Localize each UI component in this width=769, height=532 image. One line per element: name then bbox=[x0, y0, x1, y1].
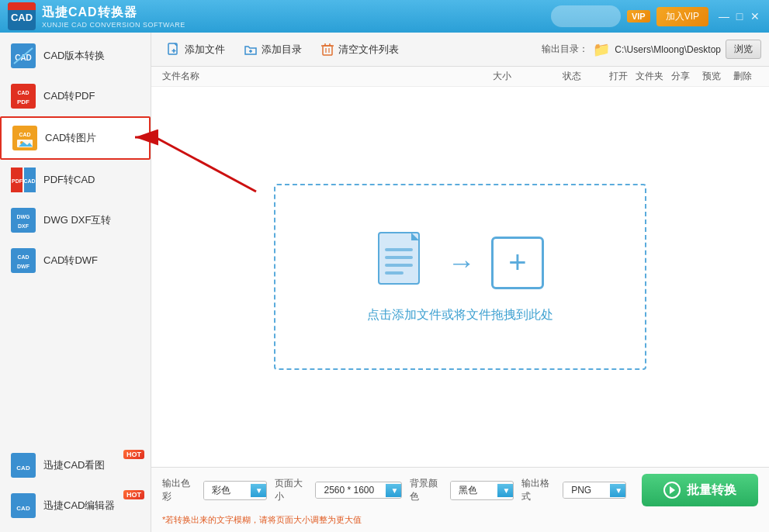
col-status-header: 状态 bbox=[541, 70, 603, 83]
sidebar-item-pdf-cad-label: PDF转CAD bbox=[43, 173, 95, 187]
document-icon bbox=[376, 231, 432, 295]
sidebar-item-cad-dwf[interactable]: CAD DWF CAD转DWF bbox=[0, 240, 151, 281]
svg-rect-20 bbox=[11, 248, 36, 273]
svg-text:CAD: CAD bbox=[16, 465, 30, 472]
app-logo: CAD bbox=[8, 2, 36, 30]
sidebar: CAD CAD版本转换 CAD PDF CAD转PDF CAD bbox=[0, 33, 151, 532]
drop-zone-icons: → + bbox=[376, 231, 544, 295]
svg-text:CAD: CAD bbox=[17, 90, 29, 95]
window-controls: — □ ✕ bbox=[718, 10, 761, 22]
bottom-note: *若转换出来的文字模糊，请将页面大小调整为更大值 bbox=[151, 513, 769, 532]
svg-text:PDF: PDF bbox=[17, 98, 29, 105]
app-name: 迅捷CAD转换器 bbox=[42, 5, 185, 21]
color-option-value: 彩色 bbox=[204, 482, 251, 499]
sidebar-bottom: CAD 迅捷CAD看图 HOT CAD 迅捷CAD编辑器 HOT bbox=[0, 445, 151, 532]
add-folder-button[interactable]: 添加目录 bbox=[236, 39, 310, 60]
svg-text:DWF: DWF bbox=[17, 264, 30, 269]
svg-rect-43 bbox=[385, 256, 413, 259]
svg-rect-17 bbox=[11, 208, 36, 233]
sidebar-item-cad-version[interactable]: CAD CAD版本转换 bbox=[0, 36, 151, 76]
file-table-header: 文件名称 大小 状态 打开 文件夹 分享 预览 删除 bbox=[151, 67, 769, 87]
sidebar-item-cad-pdf[interactable]: CAD PDF CAD转PDF bbox=[0, 76, 151, 116]
cad-viewer-icon: CAD bbox=[11, 453, 36, 478]
color-dropdown-btn[interactable]: ▼ bbox=[251, 484, 267, 497]
col-share-header: 分享 bbox=[665, 70, 696, 83]
hot-badge-editor: HOT bbox=[123, 490, 144, 499]
sidebar-item-pdf-cad[interactable]: PDF CAD PDF转CAD bbox=[0, 160, 151, 200]
page-size-select[interactable]: 2560 * 1600 ▼ bbox=[315, 482, 401, 499]
cad-pdf-icon: CAD PDF bbox=[11, 84, 36, 109]
drop-zone-wrapper: → + 点击添加文件或将文件拖拽到此处 bbox=[151, 87, 769, 467]
svg-text:DWG: DWG bbox=[16, 214, 30, 219]
cad-editor-icon: CAD bbox=[11, 493, 36, 518]
bg-color-label: 背景颜色 bbox=[410, 477, 446, 503]
title-bar: CAD 迅捷CAD转换器 XUNJIE CAD CONVERSION SOFTW… bbox=[0, 0, 769, 33]
app-name-block: 迅捷CAD转换器 XUNJIE CAD CONVERSION SOFTWARE bbox=[42, 5, 185, 29]
play-icon bbox=[663, 482, 681, 499]
add-folder-icon bbox=[244, 43, 258, 57]
svg-rect-34 bbox=[323, 46, 332, 55]
close-button[interactable]: ✕ bbox=[749, 10, 761, 22]
minimize-button[interactable]: — bbox=[718, 10, 730, 22]
arrow-right-icon: → bbox=[448, 247, 476, 279]
bg-color-dropdown-btn[interactable]: ▼ bbox=[497, 484, 514, 497]
main-layout: CAD CAD版本转换 CAD PDF CAD转PDF CAD bbox=[0, 33, 769, 532]
format-dropdown-btn[interactable]: ▼ bbox=[610, 484, 626, 497]
content-area: 添加文件 添加目录 bbox=[151, 33, 769, 532]
convert-button[interactable]: 批量转换 bbox=[642, 474, 758, 506]
page-size-option-group: 页面大小 2560 * 1600 ▼ bbox=[275, 477, 402, 503]
svg-text:CAD: CAD bbox=[17, 254, 29, 260]
join-vip-button[interactable]: 加入VIP bbox=[656, 7, 708, 26]
plus-icon: + bbox=[491, 237, 544, 289]
page-size-label: 页面大小 bbox=[275, 477, 311, 503]
convert-btn-label: 批量转换 bbox=[687, 482, 736, 499]
col-open-header: 打开 bbox=[603, 70, 634, 83]
maximize-button[interactable]: □ bbox=[733, 10, 746, 22]
sidebar-item-cad-viewer[interactable]: CAD 迅捷CAD看图 HOT bbox=[0, 445, 151, 485]
bg-color-value: 黑色 bbox=[451, 482, 497, 499]
color-option-select[interactable]: 彩色 ▼ bbox=[203, 481, 267, 500]
color-option-label: 输出色彩 bbox=[162, 477, 199, 503]
sidebar-item-cad-dwf-label: CAD转DWF bbox=[43, 254, 98, 268]
user-avatar bbox=[551, 5, 621, 27]
format-label: 输出格式 bbox=[521, 477, 558, 503]
clear-list-icon bbox=[320, 43, 334, 57]
format-option-group: 输出格式 PNG ▼ bbox=[521, 477, 626, 503]
page-size-dropdown-btn[interactable]: ▼ bbox=[386, 484, 401, 497]
svg-text:CAD: CAD bbox=[16, 505, 30, 512]
cad-version-icon: CAD bbox=[11, 43, 36, 68]
dwg-dxf-icon: DWG DXF bbox=[11, 208, 36, 233]
svg-rect-42 bbox=[385, 248, 413, 251]
cad-dwf-icon: CAD DWF bbox=[11, 248, 36, 273]
col-delete-header: 删除 bbox=[727, 70, 758, 83]
col-folder-header: 文件夹 bbox=[634, 70, 665, 83]
col-preview-header: 预览 bbox=[696, 70, 727, 83]
sidebar-item-dwg-dxf[interactable]: DWG DXF DWG DXF互转 bbox=[0, 200, 151, 240]
app-name-en: XUNJIE CAD CONVERSION SOFTWARE bbox=[42, 21, 185, 29]
svg-text:CAD: CAD bbox=[23, 178, 35, 184]
sidebar-item-cad-editor[interactable]: CAD 迅捷CAD编辑器 HOT bbox=[0, 485, 151, 526]
col-size-header: 大小 bbox=[463, 70, 541, 83]
sidebar-item-cad-img-label: CAD转图片 bbox=[45, 131, 96, 145]
browse-button[interactable]: 浏览 bbox=[726, 40, 761, 59]
add-file-label: 添加文件 bbox=[185, 43, 225, 57]
play-triangle bbox=[670, 486, 675, 494]
format-select[interactable]: PNG ▼ bbox=[563, 482, 626, 499]
clear-list-button[interactable]: 清空文件列表 bbox=[313, 39, 407, 60]
sidebar-item-dwg-dxf-label: DWG DXF互转 bbox=[43, 213, 111, 227]
output-dir-path: C:\Users\Mloong\Desktop bbox=[615, 44, 721, 55]
svg-rect-45 bbox=[385, 271, 404, 275]
clear-list-label: 清空文件列表 bbox=[338, 43, 399, 57]
sidebar-item-cad-img[interactable]: CAD CAD转图片 bbox=[0, 116, 151, 160]
cad-img-icon: CAD bbox=[12, 126, 37, 150]
bg-color-option-group: 背景颜色 黑色 ▼ bbox=[410, 477, 514, 503]
bg-color-select[interactable]: 黑色 ▼ bbox=[450, 481, 514, 500]
vip-badge: VIP bbox=[627, 10, 650, 22]
svg-rect-44 bbox=[385, 264, 413, 267]
pdf-cad-icon: PDF CAD bbox=[11, 168, 36, 192]
hot-badge-viewer: HOT bbox=[123, 450, 144, 459]
output-dir-area: 输出目录： 📁 C:\Users\Mloong\Desktop 浏览 bbox=[542, 40, 761, 59]
add-folder-label: 添加目录 bbox=[262, 43, 302, 57]
add-file-button[interactable]: 添加文件 bbox=[159, 39, 233, 60]
drop-zone[interactable]: → + 点击添加文件或将文件拖拽到此处 bbox=[274, 184, 646, 370]
